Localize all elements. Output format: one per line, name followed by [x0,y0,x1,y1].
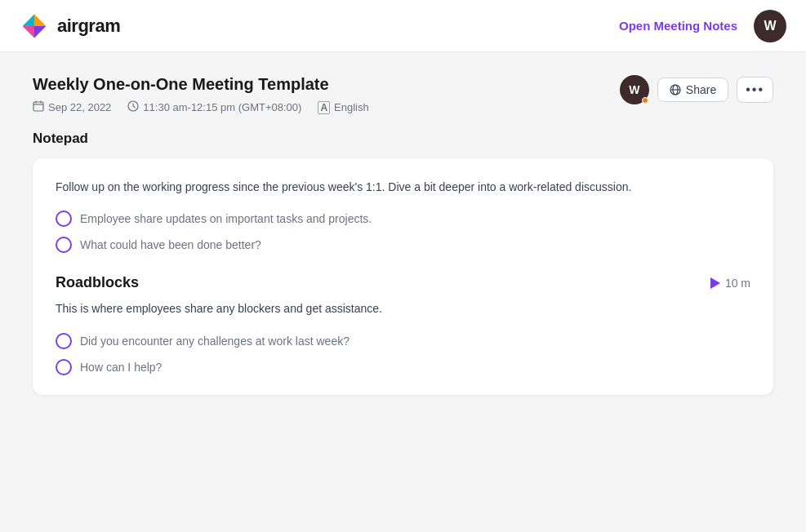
user-avatar[interactable]: W [754,10,786,42]
svg-marker-2 [34,26,46,38]
nav-right: Open Meeting Notes W [619,10,786,42]
notepad-item-2: What could have been done better? [56,237,750,253]
roadblocks-item-1: Did you encounter any challenges at work… [56,333,750,349]
more-options-button[interactable]: ••• [737,77,773,103]
radio-circle-1[interactable] [56,211,72,227]
svg-rect-4 [33,102,43,111]
roadblocks-item-2-label: How can I help? [80,361,162,374]
notepad-item-1: Employee share updates on important task… [56,211,750,227]
notepad-heading: Notepad [33,131,773,147]
roadblocks-description: This is where employees share any blocke… [56,299,750,317]
clock-icon [127,100,139,114]
open-meeting-notes-button[interactable]: Open Meeting Notes [619,19,737,33]
notepad-item-2-label: What could have been done better? [80,238,261,251]
radio-circle-3[interactable] [56,333,72,349]
radio-circle-2[interactable] [56,237,72,253]
navbar: airgram Open Meeting Notes W [0,0,806,52]
play-icon[interactable] [710,277,720,289]
date-text: Sep 22, 2022 [48,101,111,113]
notepad-card: Follow up on the working progress since … [33,158,773,395]
roadblocks-item-2: How can I help? [56,359,750,375]
translate-icon: A [318,101,330,114]
meeting-header: Weekly One-on-One Meeting Template Sep 2… [33,75,773,114]
meta-date: Sep 22, 2022 [33,100,111,114]
logo-icon [20,11,49,41]
meeting-title-area: Weekly One-on-One Meeting Template Sep 2… [33,75,369,114]
globe-share-icon [670,84,681,95]
svg-marker-1 [23,14,34,25]
roadblocks-header: Roadblocks 10 m [56,274,750,291]
share-label: Share [686,83,716,96]
timer-badge: 10 m [710,277,750,290]
meeting-avatar[interactable]: W [620,75,649,104]
meta-language: A English [318,101,368,114]
meeting-meta: Sep 22, 2022 11:30 am-12:15 pm (GMT+08:0… [33,100,369,114]
avatar-status-dot [642,97,648,104]
calendar-icon [33,100,44,114]
meeting-actions: W Share ••• [620,75,773,104]
more-icon: ••• [746,82,764,97]
svg-line-10 [133,106,136,108]
time-text: 11:30 am-12:15 pm (GMT+08:00) [143,101,301,113]
logo-area: airgram [20,11,120,41]
svg-marker-3 [23,26,34,38]
notepad-item-1-label: Employee share updates on important task… [80,212,372,225]
language-text: English [334,101,369,113]
share-button[interactable]: Share [657,78,728,102]
roadblocks-item-1-label: Did you encounter any challenges at work… [80,335,350,348]
roadblocks-section: Roadblocks 10 m This is where employees … [56,274,750,375]
notepad-description: Follow up on the working progress since … [56,178,750,196]
meta-time: 11:30 am-12:15 pm (GMT+08:00) [127,100,301,114]
radio-circle-4[interactable] [56,359,72,375]
logo-text: airgram [57,16,120,37]
main-content: Weekly One-on-One Meeting Template Sep 2… [0,52,806,532]
timer-label: 10 m [725,277,750,290]
svg-marker-0 [34,14,46,25]
meeting-title: Weekly One-on-One Meeting Template [33,75,369,94]
roadblocks-title: Roadblocks [56,274,139,291]
notepad-section: Notepad Follow up on the working progres… [33,131,773,395]
